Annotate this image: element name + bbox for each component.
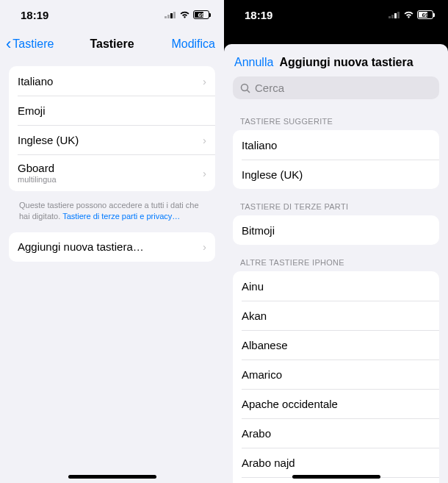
row-title: Gboard: [18, 162, 57, 174]
search-input[interactable]: [255, 82, 432, 94]
sheet-content: TASTIERE SUGGERITE Italiano Inglese (UK)…: [224, 104, 448, 483]
cancel-button[interactable]: Annulla: [234, 56, 273, 69]
status-icons: 69: [165, 10, 209, 19]
row-title: Italiano: [242, 139, 277, 151]
status-time: 18:19: [21, 9, 48, 21]
battery-icon: 69: [417, 10, 433, 19]
row-title: Arabo najd: [242, 457, 295, 469]
other-group: Ainu Akan Albanese Amarico Apache occide…: [233, 271, 439, 483]
row-title: Emoji: [18, 104, 46, 117]
keyboard-row-emoji[interactable]: Emoji: [9, 96, 215, 125]
keyboards-group: Italiano › Emoji Inglese (UK) › Gboard m…: [9, 66, 215, 191]
svg-rect-4: [389, 16, 391, 18]
section-header-suggested: TASTIERE SUGGERITE: [224, 104, 448, 130]
row-title: Bitmoji: [242, 224, 275, 237]
list-item-inglese-uk[interactable]: Inglese (UK): [233, 160, 439, 189]
row-title: Ainu: [242, 280, 264, 293]
wifi-icon: [403, 11, 414, 19]
third-party-group: Bitmoji: [233, 215, 439, 245]
row-title: Amarico: [242, 368, 282, 381]
search-icon: [240, 83, 250, 93]
svg-rect-6: [394, 13, 397, 18]
row-title: Apache occidentale: [242, 398, 338, 410]
sheet-header: Annulla Aggiungi nuova tastiera: [224, 44, 448, 76]
status-bar: 18:19 69: [0, 0, 224, 29]
nav-edit-button[interactable]: Modifica: [171, 37, 215, 51]
row-title: Akan: [242, 310, 267, 322]
svg-point-8: [242, 84, 248, 90]
svg-line-9: [248, 90, 250, 93]
row-title: Albanese: [242, 339, 288, 351]
screen-keyboards-list: 18:19 69 ‹ Tastiere Tastiere Modifica It…: [0, 0, 224, 483]
wifi-icon: [179, 11, 190, 19]
battery-icon: 69: [193, 10, 209, 19]
svg-rect-2: [170, 13, 173, 18]
status-icons: 69: [389, 10, 433, 19]
search-container: [224, 76, 448, 104]
cellular-icon: [165, 11, 176, 18]
row-title: Inglese (UK): [18, 134, 79, 146]
status-bar: 18:19 69: [224, 0, 448, 29]
row-subtitle: multilingua: [18, 175, 57, 184]
add-keyboard-group: Aggiungi nuova tastiera… ›: [9, 232, 215, 262]
list-item[interactable]: Ainu: [233, 271, 439, 301]
svg-rect-0: [165, 16, 167, 18]
svg-rect-7: [397, 12, 400, 18]
chevron-right-icon: ›: [203, 240, 206, 253]
list-item[interactable]: Amarico: [233, 359, 439, 389]
chevron-right-icon: ›: [203, 134, 206, 146]
section-header-third-party: TASTIERE DI TERZE PARTI: [224, 189, 448, 215]
modal-sheet: Annulla Aggiungi nuova tastiera TASTIERE…: [224, 44, 448, 483]
cellular-icon: [389, 11, 400, 18]
svg-rect-5: [391, 15, 394, 18]
sheet-title: Aggiungi nuova tastiera: [279, 56, 413, 69]
section-header-other: ALTRE TASTIERE IPHONE: [224, 245, 448, 271]
row-title: Inglese (UK): [242, 168, 303, 181]
keyboard-row-gboard[interactable]: Gboard multilingua ›: [9, 154, 215, 191]
privacy-footer: Queste tastiere possono accedere a tutti…: [9, 197, 215, 232]
svg-rect-1: [167, 15, 170, 18]
keyboard-row-inglese-uk[interactable]: Inglese (UK) ›: [9, 125, 215, 154]
list-item-bitmoji[interactable]: Bitmoji: [233, 215, 439, 245]
list-item[interactable]: Albanese: [233, 330, 439, 359]
keyboard-row-italiano[interactable]: Italiano ›: [9, 66, 215, 96]
nav-back-label: Tastiere: [12, 37, 54, 51]
chevron-right-icon: ›: [203, 75, 206, 87]
list-item[interactable]: Akan: [233, 301, 439, 330]
row-title: Arabo: [242, 427, 271, 440]
list-item[interactable]: Arabo najd: [233, 448, 439, 477]
status-time: 18:19: [245, 9, 272, 21]
row-title: Italiano: [18, 75, 53, 87]
nav-bar: ‹ Tastiere Tastiere Modifica: [0, 29, 224, 59]
screen-add-keyboard: 18:19 69 Annulla Aggiungi nuova tastiera…: [224, 0, 448, 483]
nav-title: Tastiere: [90, 37, 134, 51]
home-indicator[interactable]: [292, 475, 380, 479]
home-indicator[interactable]: [68, 475, 156, 479]
chevron-right-icon: ›: [203, 167, 206, 179]
list-item-italiano[interactable]: Italiano: [233, 130, 439, 160]
add-keyboard-row[interactable]: Aggiungi nuova tastiera… ›: [9, 232, 215, 262]
list-item[interactable]: Arabo: [233, 418, 439, 448]
nav-back-button[interactable]: ‹ Tastiere: [6, 36, 54, 52]
content-area: Italiano › Emoji Inglese (UK) › Gboard m…: [0, 59, 224, 268]
row-title: Aggiungi nuova tastiera…: [18, 240, 144, 253]
svg-rect-3: [173, 12, 176, 18]
search-field[interactable]: [233, 76, 439, 99]
suggested-group: Italiano Inglese (UK): [233, 130, 439, 189]
privacy-link[interactable]: Tastiere di terze parti e privacy…: [62, 212, 180, 221]
chevron-left-icon: ‹: [6, 36, 11, 52]
list-item[interactable]: Apache occidentale: [233, 389, 439, 418]
